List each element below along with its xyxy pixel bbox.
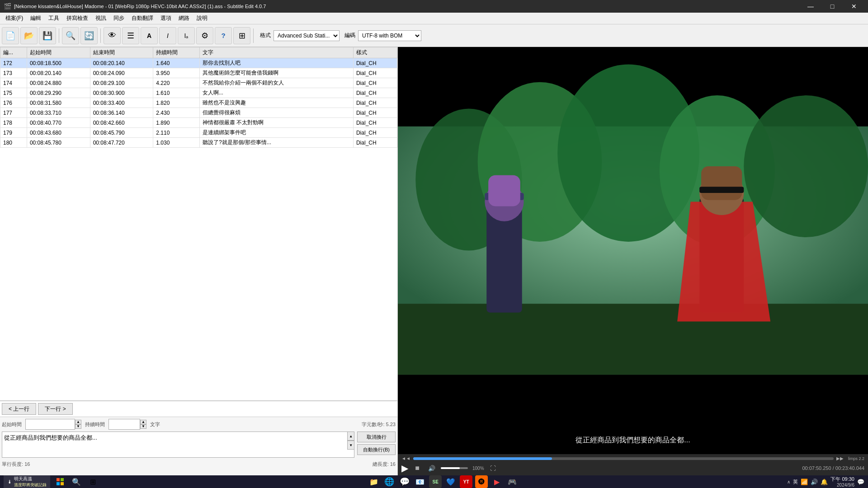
taskbar-discord[interactable]: 💙 [444,475,457,488]
encoding-section: 編碼 UTF-8 with BOM [344,30,421,41]
taskbar-app3[interactable]: 🅜 [475,475,488,488]
text-edit-container: 從正經商品到我們想要的商品全都... ▲ ▼ [2,432,354,459]
char-rate-info: 字元數/秒: 5.23 [362,421,396,428]
table-cell-text: 其他魔術師怎麼可能會借我錢啊 [199,68,353,78]
volume-fill [441,467,460,469]
notification-center-icon[interactable]: 💬 [857,479,864,485]
col-start: 起始時間 [27,47,90,58]
font-button[interactable]: A [141,27,158,44]
col-style: 樣式 [353,47,397,58]
fullscreen-button[interactable]: ⛶ [488,465,499,472]
progress-bar[interactable] [413,457,834,460]
video-area: 從正經商品到我們想要的商品全都... [398,47,868,454]
table-cell-id: 176 [0,98,27,108]
preview-button[interactable]: 👁 [104,27,121,44]
menu-options[interactable]: 選項 [157,14,175,23]
table-row[interactable]: 17500:08:29.29000:08:30.9001.610女人啊...Di… [0,88,397,98]
start-time-down[interactable]: ▼ [75,424,81,429]
start-time-input[interactable]: 00:07:47.330 [25,419,75,430]
table-cell-id: 179 [0,128,27,138]
new-button[interactable]: 📄 [2,27,19,44]
format-label: 格式 [260,32,271,39]
menu-edit[interactable]: 編輯 [27,14,45,23]
table-row[interactable]: 17600:08:31.58000:08:33.4001.820雖然也不是沒興趣… [0,98,397,108]
menu-autotranslate[interactable]: 自動翻譯 [128,14,157,23]
encoding-select[interactable]: UTF-8 with BOM [358,30,421,41]
table-row[interactable]: 17700:08:33.71000:08:36.1402.430但總覺得很麻煩D… [0,108,397,118]
taskview-icon[interactable]: ⊞ [86,475,99,488]
search-taskbar-icon[interactable]: 🔍 [70,475,83,488]
italic-button[interactable]: I [159,27,176,44]
format-select[interactable]: Advanced Sub Stati... [274,30,340,41]
find-button[interactable]: 🔍 [62,27,79,44]
maximize-button[interactable]: □ [822,0,843,13]
start-button[interactable] [54,475,66,488]
menu-help[interactable]: 說明 [193,14,211,23]
next-line-button[interactable]: 下一行 > [38,403,72,415]
auto-linebreak-btn[interactable]: 自動換行(B) [357,444,396,455]
volume-slider[interactable] [441,467,468,469]
menu-network[interactable]: 網路 [175,14,193,23]
taskbar-line[interactable]: 💬 [398,475,411,488]
taskbar-app1[interactable]: SE [429,475,442,488]
menu-tools[interactable]: 工具 [45,14,63,23]
separator2 [100,28,101,43]
list-button[interactable]: ☰ [122,27,139,44]
menu-sync[interactable]: 同步 [110,14,128,23]
table-row[interactable]: 17200:08:18.50000:08:20.1401.640那你去找別人吧D… [0,58,397,68]
menu-spellcheck[interactable]: 拼寫檢查 [63,14,92,23]
table-row[interactable]: 17900:08:43.68000:08:45.7902.110是連續綁架事件吧… [0,128,397,138]
table-row[interactable]: 18000:08:45.78000:08:47.7201.030聽說了?就是那個… [0,138,397,148]
clock[interactable]: 下午 09:30 2024/9/6 [830,476,854,488]
table-row[interactable]: 17800:08:40.77000:08:42.6601.890神情都很嚴肅 不… [0,118,397,128]
weather-widget[interactable]: 🌡 明天高溫 溫度即將突破記錄 [4,475,50,488]
taskbar-app5[interactable]: 🎮 [506,475,519,488]
settings-button[interactable]: ⚙ [196,27,213,44]
italic2-button[interactable]: Iₐ [178,27,195,44]
table-row[interactable]: 17300:08:20.14000:08:24.0903.950其他魔術師怎麼可… [0,68,397,78]
prev-line-button[interactable]: < 上一行 [2,403,36,415]
table-row[interactable]: 17400:08:24.88000:08:29.1004.220不然我給你介紹一… [0,78,397,88]
cancel-linebreak-btn[interactable]: 取消換行 [357,432,396,442]
encoding-label: 編碼 [344,32,355,39]
taskbar-chrome[interactable]: 🌐 [383,475,396,488]
titlebar: 🎬 [Nekomoe kissaten&LoliHouse] Madome - … [0,0,868,13]
duration-down[interactable]: ▼ [140,424,146,429]
volume-button[interactable]: 🔊 [426,465,437,472]
table-cell-id: 175 [0,88,27,98]
text-scroll-down[interactable]: ▼ [347,441,354,450]
subtitle-text-input[interactable]: 從正經商品到我們想要的商品全都... [2,432,354,458]
total-length-value: 16 [390,461,396,467]
taskbar-app4[interactable]: ▶ [491,475,503,488]
taskbar-file-explorer[interactable]: 📁 [368,475,380,488]
text-scroll-up[interactable]: ▲ [347,432,354,441]
sys-tray-hidden[interactable]: ∧ [787,479,790,484]
menubar: 檔案(F) 編輯 工具 拼寫檢查 視訊 同步 自動翻譯 選項 網路 說明 [0,13,868,24]
help-button[interactable]: ? [215,27,232,44]
taskbar-app2[interactable]: YT [460,475,472,488]
replace-button[interactable]: 🔄 [80,27,98,44]
separator1 [59,28,59,43]
char-rate-value: 5.23 [386,422,396,427]
layout-button[interactable]: ⊞ [233,27,250,44]
save-button[interactable]: 💾 [39,27,56,44]
table-cell-duration: 2.110 [153,128,200,138]
menu-file[interactable]: 檔案(F) [2,14,27,23]
window-title: [Nekomoe kissaten&LoliHouse] Madome - 01… [14,4,266,9]
volume-icon[interactable]: 🔊 [811,479,818,485]
duration-input[interactable]: 3.060 [108,419,140,430]
separator3 [253,28,254,43]
stop-button[interactable]: ■ [412,464,423,472]
play-button[interactable]: ▶ [401,463,408,474]
line-length-value: 16 [24,461,30,467]
network-icon[interactable]: 📶 [801,479,808,485]
taskbar-outlook[interactable]: 📧 [414,475,426,488]
close-button[interactable]: ✕ [844,0,864,13]
subtitle-table-container[interactable]: 編... 起始時間 結束時間 持續時間 文字 樣式 17200:08:18.50… [0,47,397,401]
duration-up[interactable]: ▲ [140,420,146,424]
notification-icon[interactable]: 🔔 [821,479,828,485]
start-time-up[interactable]: ▲ [75,420,81,424]
minimize-button[interactable]: — [800,0,821,13]
menu-video[interactable]: 視訊 [92,14,110,23]
open-button[interactable]: 📂 [20,27,38,44]
